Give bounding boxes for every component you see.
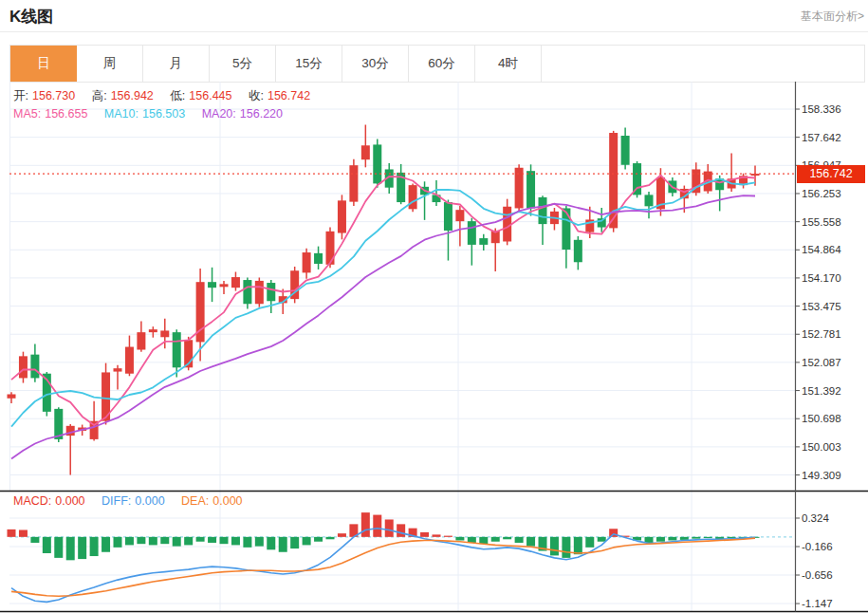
y-axis-tick-label: 149.309: [802, 470, 841, 481]
timeframe-tab-1[interactable]: 周: [77, 46, 143, 82]
timeframe-tab-4[interactable]: 15分: [276, 46, 342, 82]
macd-axis-tick-label: -1.147: [802, 598, 833, 609]
ma-bar: MA5:156.655 MA10:156.503 MA20:156.220: [13, 107, 286, 121]
axis-frame: [0, 82, 868, 612]
close-value: 156.742: [268, 89, 310, 102]
close-label: 收:: [249, 89, 264, 102]
timeframe-tabs: 日周月5分15分30分60分4时: [9, 45, 865, 83]
macd-label: MACD:: [13, 494, 51, 508]
ma5-value: 156.655: [45, 107, 87, 121]
header-divider: [0, 31, 868, 32]
y-axis-tick-label: 154.864: [802, 244, 841, 255]
y-axis-tick-label: 150.003: [802, 441, 841, 453]
current-price-tag: 156.742: [797, 165, 865, 183]
candles-group: [8, 124, 760, 474]
ma10-label: MA10:: [104, 107, 139, 121]
ma10-line: [11, 179, 755, 427]
ma20-value: 156.220: [240, 107, 283, 121]
ma20-label: MA20:: [202, 107, 236, 121]
ma5-line: [11, 176, 755, 425]
diff-line: [11, 529, 755, 603]
y-axis-tick-label: 158.336: [802, 103, 841, 115]
ma5-label: MA5:: [13, 107, 41, 121]
y-axis-tick-label: 154.170: [802, 272, 841, 284]
timeframe-tab-3[interactable]: 5分: [210, 46, 276, 82]
dea-label: DEA:: [181, 494, 209, 508]
ma20-line: [11, 195, 755, 458]
y-axis-tick-label: 152.781: [802, 328, 841, 340]
fundamental-analysis-link[interactable]: 基本面分析>: [801, 9, 864, 25]
timeframe-tab-5[interactable]: 30分: [342, 46, 409, 82]
high-value: 156.942: [111, 89, 154, 102]
macd-bar: MACD:0.000 DIFF:0.000 DEA:0.000: [13, 494, 247, 508]
y-axis-tick-label: 153.475: [802, 301, 841, 312]
diff-value: 0.000: [135, 494, 164, 508]
ma10-value: 156.503: [142, 107, 185, 121]
ohlc-bar: 开:156.730 高:156.942 低:156.445 收:156.742: [13, 88, 314, 104]
macd-axis-tick-label: -0.166: [802, 541, 833, 552]
open-value: 156.730: [32, 89, 75, 102]
y-axis-tick-label: 151.392: [802, 385, 841, 397]
timeframe-tab-0[interactable]: 日: [10, 46, 77, 82]
low-value: 156.445: [189, 89, 231, 102]
high-label: 高:: [92, 89, 107, 102]
macd-axis-tick-label: 0.324: [802, 512, 829, 524]
timeframe-tab-6[interactable]: 60分: [409, 46, 475, 82]
kline-widget: K线图 基本面分析> 日周月5分15分30分60分4时 158.336157.6…: [0, 0, 868, 613]
timeframe-tab-7[interactable]: 4时: [475, 46, 542, 82]
ma-lines-group: [11, 176, 755, 459]
macd-value: 0.000: [55, 494, 84, 508]
candlestick-chart-canvas[interactable]: 158.336157.642156.947156.253155.558154.8…: [0, 82, 868, 613]
y-axis-tick-label: 155.558: [802, 216, 841, 228]
low-label: 低:: [170, 89, 185, 102]
dea-value: 0.000: [212, 494, 242, 508]
open-label: 开:: [13, 89, 28, 102]
macd-axis-tick-label: -0.656: [802, 569, 833, 581]
y-axis-tick-label: 150.698: [802, 413, 841, 424]
diff-label: DIFF:: [102, 494, 131, 508]
timeframe-tab-2[interactable]: 月: [143, 46, 210, 82]
y-axis-tick-label: 152.087: [802, 357, 841, 368]
page-title: K线图: [9, 6, 53, 28]
macd-lines-group: [11, 529, 755, 603]
macd-histogram-group: [8, 512, 760, 560]
y-axis-tick-label: 156.253: [802, 188, 841, 199]
y-axis-tick-label: 157.642: [802, 132, 841, 143]
